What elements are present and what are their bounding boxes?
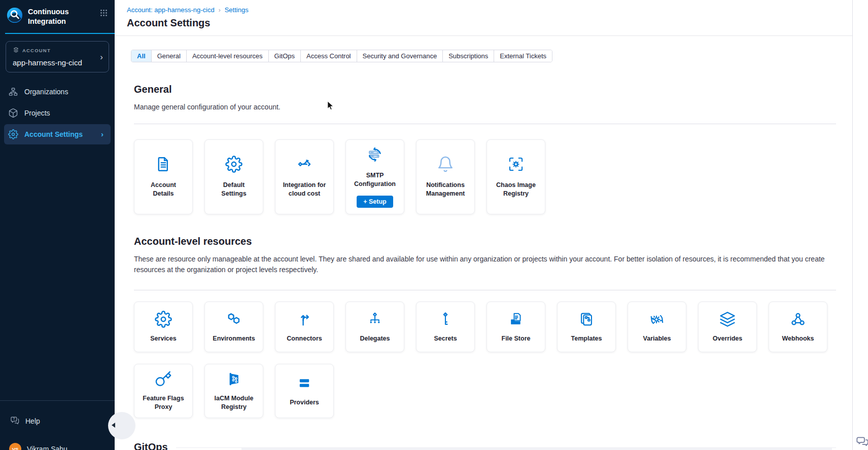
settings-tabs: All General Account-level resources GitO… — [131, 50, 552, 62]
card-label: Notifications Management — [424, 181, 467, 198]
sidebar-nav-label: Organizations — [24, 88, 68, 96]
stacked-templates-icon — [578, 311, 595, 328]
file-tray-icon — [507, 311, 525, 328]
sidebar-nav-label: Projects — [24, 109, 50, 117]
module-grid-icon[interactable] — [100, 9, 108, 17]
settings-tab[interactable]: Access Control — [301, 50, 357, 62]
layers-icon — [719, 311, 736, 328]
help-button[interactable]: ? Help — [0, 416, 115, 427]
breadcrumb-separator: › — [219, 7, 221, 14]
settings-tab[interactable]: All — [131, 50, 152, 62]
settings-card[interactable]: Default Settings — [204, 139, 263, 214]
hexagons-icon — [225, 311, 242, 328]
resource-card[interactable]: Variables — [628, 302, 686, 352]
resource-card[interactable]: Overrides — [698, 302, 757, 352]
resource-cards: Services Environments Connectors — [134, 302, 836, 418]
bell-icon — [437, 156, 454, 173]
card-label: Integration for cloud cost — [283, 181, 326, 198]
webhook-icon — [789, 311, 807, 328]
resource-card[interactable]: Connectors — [275, 302, 334, 352]
settings-card[interactable]: Account Details — [134, 139, 193, 214]
resource-card[interactable]: IaCM Module Registry — [204, 364, 263, 418]
card-label: Services — [150, 334, 176, 343]
settings-card[interactable]: Chaos Image Registry — [487, 139, 545, 214]
sidebar-nav-label: Account Settings — [24, 130, 83, 138]
card-label: Providers — [290, 398, 319, 407]
help-label: Help — [25, 417, 40, 425]
section-divider — [134, 290, 836, 290]
settings-tab[interactable]: Account-level resources — [187, 50, 269, 62]
resource-card[interactable]: Environments — [204, 302, 263, 352]
smtp-setup-button[interactable]: + Setup — [357, 196, 393, 208]
page-header: Account: app-harness-ng-cicd › Settings … — [115, 0, 852, 36]
image-registry-gear-icon — [507, 156, 525, 173]
page-title: Account Settings — [127, 17, 840, 29]
settings-tab[interactable]: GitOps — [269, 50, 301, 62]
org-tree-icon — [366, 311, 384, 328]
gear-icon — [155, 311, 172, 328]
double-bars-icon — [296, 374, 313, 392]
settings-card[interactable]: Notifications Management — [416, 139, 475, 214]
scrollbar-gutter[interactable] — [853, 0, 868, 450]
sidebar-nav: Organizations Projects Account Settings … — [0, 82, 115, 144]
support-chat-button[interactable] — [856, 434, 868, 449]
resource-card[interactable]: Feature Flags Proxy — [134, 364, 193, 418]
sidebar-nav-item[interactable]: Account Settings › — [4, 124, 111, 144]
account-scope-label: ACCOUNT — [22, 48, 51, 53]
account-selector[interactable]: ACCOUNT app-harness-ng-cicd › — [6, 41, 109, 72]
card-label: Environments — [213, 334, 255, 343]
resource-card[interactable]: File Store — [487, 302, 545, 352]
section-general: General Manage general configuration of … — [134, 84, 836, 214]
sidebar-collapse-button[interactable] — [108, 412, 135, 439]
general-section-title: General — [134, 84, 836, 95]
app-window: Continuous Integration ACCOUNT app-harne… — [0, 0, 868, 450]
settings-tab[interactable]: External Tickets — [494, 50, 552, 62]
gear-icon — [225, 156, 242, 173]
account-name: app-harness-ng-cicd — [13, 58, 102, 67]
org-chart-icon — [8, 87, 18, 97]
resource-card[interactable]: Delegates — [345, 302, 404, 352]
sidebar: Continuous Integration ACCOUNT app-harne… — [0, 0, 115, 450]
breadcrumb: Account: app-harness-ng-cicd › Settings — [127, 6, 840, 14]
account-stack-icon — [13, 46, 19, 55]
settings-tab[interactable]: General — [152, 50, 187, 62]
breadcrumb-account-link[interactable]: Account: app-harness-ng-cicd — [127, 6, 215, 14]
card-label: Feature Flags Proxy — [142, 394, 185, 411]
general-cards: Account Details Default Settings Integ — [134, 139, 836, 214]
product-name: Continuous Integration — [28, 7, 95, 26]
card-label: Connectors — [287, 334, 322, 343]
card-label: Chaos Image Registry — [494, 181, 538, 198]
card-label: Webhooks — [782, 334, 814, 343]
card-label: Default Settings — [212, 181, 256, 198]
resource-card[interactable]: Services — [134, 302, 193, 352]
gear-sync-icon — [648, 311, 666, 328]
card-label: Delegates — [360, 334, 390, 343]
key-vertical-icon — [437, 311, 454, 328]
section-account-level-resources: Account-level resources These are resour… — [134, 236, 836, 418]
main-panel: Account: app-harness-ng-cicd › Settings … — [115, 0, 853, 450]
resource-card[interactable]: Templates — [557, 302, 616, 352]
user-profile[interactable]: VS Vikram Sahu — [0, 443, 115, 450]
card-label: Variables — [643, 334, 671, 343]
resource-card[interactable]: Secrets — [416, 302, 475, 352]
settings-tab[interactable]: Subscriptions — [443, 50, 494, 62]
settings-card[interactable]: Integration for cloud cost — [275, 139, 334, 214]
sidebar-nav-item[interactable]: Projects — [4, 103, 111, 123]
sidebar-nav-item[interactable]: Organizations — [4, 82, 111, 102]
resource-card[interactable]: Providers — [275, 364, 334, 418]
breadcrumb-settings-link[interactable]: Settings — [225, 6, 249, 14]
file-document-icon — [155, 156, 172, 173]
settings-tab[interactable]: Security and Governance — [357, 50, 443, 62]
user-name: Vikram Sahu — [27, 445, 67, 450]
resources-section-description: These are resource only manageable at th… — [134, 254, 836, 275]
resource-card[interactable]: Webhooks — [769, 302, 827, 352]
card-label: Overrides — [713, 334, 742, 343]
card-label: Templates — [571, 334, 602, 343]
gear-icon — [8, 129, 18, 139]
settings-card[interactable]: SMTP Configuration + Setup — [345, 139, 404, 214]
branch-arrows-icon — [296, 156, 313, 173]
avatar: VS — [9, 443, 21, 450]
next-section-edge — [241, 448, 832, 450]
svg-text:?: ? — [13, 417, 15, 421]
settings-content: All General Account-level resources GitO… — [115, 36, 852, 450]
